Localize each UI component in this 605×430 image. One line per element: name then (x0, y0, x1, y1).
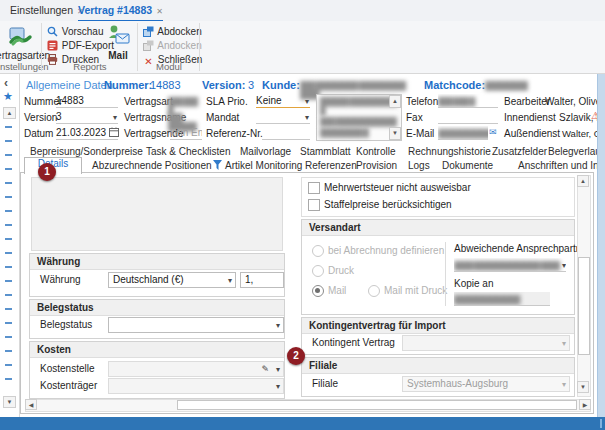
chevron-down-icon[interactable] (276, 362, 280, 377)
vertical-tab-item[interactable] (5, 154, 12, 156)
vertical-tab-item[interactable] (5, 168, 12, 170)
chevron-down-icon[interactable] (113, 110, 117, 124)
waehrung-dropdown[interactable]: Deutschland (€) (108, 272, 236, 288)
vertical-tab-item[interactable] (5, 364, 12, 366)
chevron-down-icon[interactable] (305, 94, 309, 108)
vertical-tab-item[interactable] (5, 266, 12, 268)
tab-provision[interactable]: Provision (356, 160, 397, 171)
vertical-tab-item[interactable] (5, 224, 12, 226)
fax-label: Fax (406, 112, 423, 123)
chevron-down-icon[interactable] (562, 258, 566, 272)
belegstatus-dropdown[interactable] (108, 317, 284, 333)
filiale-dropdown[interactable]: Systemhaus-Augsburg (402, 376, 570, 392)
notes-textarea[interactable] (31, 177, 283, 251)
scroll-up-arrow[interactable]: ▲ (577, 175, 589, 187)
sla-prio-dropdown[interactable]: Keine (256, 94, 310, 108)
vat-checkbox[interactable] (308, 182, 320, 194)
vertical-tab-item[interactable] (5, 210, 12, 212)
spinner-up-icon[interactable]: ▲ (389, 95, 401, 108)
tab-task-checklisten[interactable]: Task & Checklisten (146, 146, 230, 157)
chevron-down-icon[interactable] (276, 379, 280, 394)
radio-mail-mit-druck[interactable] (368, 285, 380, 297)
chevron-down-icon[interactable] (276, 318, 280, 333)
doc-tab-vertrag[interactable]: Vertrag #14883✕ (78, 3, 163, 20)
chevron-left-icon[interactable]: ‹ (4, 76, 8, 90)
vertical-scroll-thumb[interactable] (578, 257, 590, 355)
kopie-an-field[interactable]: ██████████████ (454, 292, 550, 306)
radio-druck[interactable] (312, 265, 324, 277)
radio-mail[interactable] (312, 285, 324, 297)
abdocken-button[interactable]: Abdocken (142, 25, 202, 38)
version-dropdown[interactable]: 3 (56, 110, 118, 124)
right-dock-strip[interactable] (597, 74, 605, 417)
vertragsende-field[interactable]: kein Ende (170, 126, 202, 140)
step-badge-1: 1 (38, 163, 56, 181)
tier-price-checkbox-label: Staffelpreise berücksichtigen (324, 199, 452, 210)
vertical-tab-item[interactable] (5, 196, 12, 198)
bearbeiter-dropdown[interactable]: Walter, Olive (545, 96, 605, 107)
spinner-down-icon[interactable]: ▼ (389, 127, 401, 140)
telefon-field[interactable]: ███ █ ██ █ (438, 94, 498, 108)
vertical-tab-item[interactable] (5, 140, 12, 142)
vertical-tab-item[interactable] (5, 252, 12, 254)
calendar-icon[interactable] (109, 127, 119, 139)
tab-mailvorlage[interactable]: Mailvorlage (240, 146, 291, 157)
kostentraeger-dropdown[interactable] (108, 378, 284, 394)
close-icon[interactable]: ✕ (156, 7, 163, 16)
scroll-down-arrow[interactable]: ▼ (577, 381, 589, 393)
vertical-tab-item[interactable] (5, 378, 12, 380)
telefon-value: ███ █ ██ █ (438, 97, 474, 106)
radio-bei-abrechnung[interactable] (312, 245, 324, 257)
vertical-tab-item[interactable] (5, 182, 12, 184)
kostenstelle-label: Kostenstelle (40, 363, 94, 374)
vertical-tab-item[interactable] (5, 280, 12, 282)
vertical-tab-item[interactable] (5, 322, 12, 324)
vertical-tab-item[interactable] (5, 294, 12, 296)
vertical-tab-item[interactable] (5, 350, 12, 352)
mandat-dropdown[interactable] (256, 110, 310, 124)
vertical-tab-item[interactable] (5, 126, 12, 128)
strip-scroll-up[interactable]: ▲ (3, 107, 16, 119)
kosten-group: Kosten Kostenstelle ✎ Kostenträger (29, 341, 285, 399)
tab-abzurechnende-positionen[interactable]: Abzurechnende Positionen (92, 160, 212, 171)
tab-belegverlauf[interactable]: Belegverlauf (548, 146, 604, 157)
mail-button[interactable]: Mail (101, 23, 135, 63)
chevron-down-icon[interactable] (305, 110, 309, 124)
kostenstelle-dropdown[interactable]: ✎ (108, 361, 284, 377)
envelope-icon[interactable]: ✉ (489, 127, 497, 137)
kontingent-dropdown[interactable] (402, 335, 570, 351)
tab-dokumente[interactable]: Dokumente (442, 160, 493, 171)
vertical-tab-item[interactable] (5, 238, 12, 240)
tier-price-checkbox[interactable] (308, 199, 320, 211)
email-field[interactable]: ██████████████ (438, 126, 488, 140)
tab-artikel-monitoring[interactable]: Artikel Monitoring Referenzen (225, 160, 357, 171)
tab-zusatzfelder[interactable]: Zusatzfelder (492, 146, 547, 157)
referenz-field[interactable] (262, 126, 310, 140)
vorschau-button[interactable]: Vorschau (46, 25, 103, 38)
fax-field[interactable] (438, 110, 498, 124)
nummer-field[interactable]: 14883 (56, 94, 118, 108)
contract-types-icon (7, 24, 33, 48)
andocken-button[interactable]: Andocken (142, 39, 202, 52)
customer-address-box[interactable]: ██████ ██████████ █ ███ █████████████ ██… (316, 94, 402, 141)
chevron-down-icon[interactable] (228, 273, 232, 288)
vertical-tab-item[interactable] (5, 336, 12, 338)
tab-logs[interactable]: Logs (408, 160, 430, 171)
vertical-tab-item[interactable] (5, 308, 12, 310)
tab-stammblatt[interactable]: Stammblatt (300, 146, 351, 157)
chevron-down-icon[interactable] (562, 377, 566, 392)
scroll-right-arrow[interactable]: ▶ (579, 399, 591, 410)
tab-kontrolle[interactable]: Kontrolle (356, 146, 395, 157)
chevron-down-icon[interactable] (562, 336, 566, 351)
strip-scroll-down[interactable]: ▼ (3, 396, 16, 408)
tab-rechnungshistorie[interactable]: Rechnungshistorie (408, 146, 491, 157)
doc-tab-einstellungen[interactable]: Einstellungen✕ (10, 3, 84, 20)
horizontal-scroll-thumb[interactable] (177, 400, 577, 410)
waehrung-factor-field[interactable]: 1, (240, 272, 284, 288)
tab-anschriften[interactable]: Anschriften und Info (518, 160, 605, 171)
pencil-icon[interactable]: ✎ (261, 362, 269, 376)
favorite-star-icon[interactable]: ★ (3, 90, 13, 103)
ansprechpartner-dropdown[interactable]: ████ ██████████████ ████ (454, 258, 566, 272)
tab-bepreisung[interactable]: Bepreisung/Sonderpreise (30, 146, 143, 157)
scroll-left-arrow[interactable]: ◀ (25, 399, 37, 410)
